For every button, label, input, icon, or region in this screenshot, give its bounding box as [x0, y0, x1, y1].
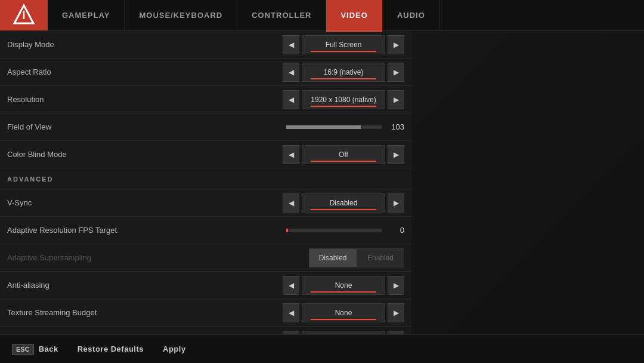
aspect-ratio-row: Aspect Ratio ◀ 16:9 (native) ▶ [0, 59, 411, 86]
restore-label: Restore Defaults [78, 344, 144, 353]
anti-aliasing-next[interactable]: ▶ [388, 276, 404, 295]
color-blind-prev[interactable]: ◀ [283, 145, 299, 164]
back-action[interactable]: ESC Back [12, 344, 58, 355]
tab-audio[interactable]: AUDIO [383, 0, 440, 30]
adaptive-super-toggle: Disabled Enabled [309, 248, 404, 267]
fov-slider-track[interactable] [286, 125, 382, 129]
adaptive-res-label: Adaptive Resolution FPS Target [7, 226, 286, 235]
vsync-prev[interactable]: ◀ [283, 193, 299, 213]
vsync-control: ◀ Disabled ▶ [283, 193, 404, 213]
texture-streaming-next[interactable]: ▶ [388, 303, 404, 322]
aspect-ratio-prev[interactable]: ◀ [283, 63, 299, 82]
vsync-underline [311, 209, 376, 210]
aspect-ratio-next[interactable]: ▶ [388, 63, 404, 82]
fov-control: 103 [286, 122, 404, 131]
anti-aliasing-value: None [302, 276, 385, 295]
fov-value: 103 [386, 122, 404, 131]
top-nav-bar: GAMEPLAY MOUSE/KEYBOARD CONTROLLER VIDEO… [0, 0, 644, 31]
display-mode-underline [311, 51, 376, 52]
back-label: Back [39, 344, 58, 353]
tab-video[interactable]: VIDEO [326, 0, 382, 30]
resolution-prev[interactable]: ◀ [283, 90, 299, 109]
adaptive-super-enabled[interactable]: Enabled [357, 248, 404, 267]
anti-aliasing-label: Anti-aliasing [7, 281, 283, 290]
fov-label: Field of View [7, 122, 286, 131]
color-blind-next[interactable]: ▶ [388, 145, 404, 164]
tab-controller[interactable]: CONTROLLER [237, 0, 326, 30]
adaptive-super-label: Adaptive Supersampling [7, 253, 309, 262]
apex-logo-icon [13, 4, 35, 26]
anti-aliasing-prev[interactable]: ◀ [283, 276, 299, 295]
anti-aliasing-row: Anti-aliasing ◀ None ▶ [0, 272, 411, 299]
advanced-section-header: ADVANCED [0, 168, 411, 189]
settings-panel: Display Mode ◀ Full Screen ▶ Aspect Rati… [0, 31, 411, 363]
vsync-row: V-Sync ◀ Disabled ▶ [0, 189, 411, 217]
esc-key: ESC [12, 344, 34, 355]
color-blind-control: ◀ Off ▶ [283, 145, 404, 164]
texture-streaming-label: Texture Streaming Budget [7, 308, 283, 317]
fov-row: Field of View 103 [0, 113, 411, 141]
advanced-label: ADVANCED [7, 176, 54, 183]
texture-streaming-underline [311, 319, 376, 320]
display-mode-control: ◀ Full Screen ▶ [283, 35, 404, 54]
adaptive-super-control: Disabled Enabled [309, 248, 404, 267]
aspect-ratio-underline [311, 78, 376, 79]
restore-action[interactable]: Restore Defaults [78, 344, 144, 353]
texture-streaming-prev[interactable]: ◀ [283, 303, 299, 322]
color-blind-underline [311, 161, 376, 162]
texture-streaming-row: Texture Streaming Budget ◀ None ▶ [0, 299, 411, 327]
adaptive-super-row: Adaptive Supersampling Disabled Enabled [0, 244, 411, 272]
display-mode-next[interactable]: ▶ [388, 35, 404, 54]
apply-action[interactable]: Apply [163, 344, 186, 353]
aspect-ratio-value: 16:9 (native) [302, 63, 385, 82]
display-mode-value: Full Screen [302, 35, 385, 54]
tab-gameplay[interactable]: GAMEPLAY [48, 0, 125, 30]
bottom-bar: ESC Back Restore Defaults Apply [0, 334, 644, 363]
fov-slider-fill [286, 125, 361, 129]
adaptive-super-disabled[interactable]: Disabled [309, 248, 357, 267]
vsync-label: V-Sync [7, 198, 283, 207]
vsync-value: Disabled [302, 193, 385, 213]
display-mode-prev[interactable]: ◀ [283, 35, 299, 54]
adaptive-res-row: Adaptive Resolution FPS Target 0 [0, 217, 411, 244]
resolution-row: Resolution ◀ 1920 x 1080 (native) ▶ [0, 86, 411, 113]
tab-mouse-keyboard[interactable]: MOUSE/KEYBOARD [125, 0, 237, 30]
resolution-next[interactable]: ▶ [388, 90, 404, 109]
adaptive-res-slider[interactable] [286, 229, 382, 232]
color-blind-row: Color Blind Mode ◀ Off ▶ [0, 141, 411, 168]
color-blind-label: Color Blind Mode [7, 150, 283, 159]
logo-area [0, 0, 48, 30]
adaptive-res-fill [286, 229, 288, 232]
resolution-label: Resolution [7, 95, 283, 104]
texture-streaming-value: None [302, 303, 385, 322]
aspect-ratio-control: ◀ 16:9 (native) ▶ [283, 63, 404, 82]
apply-label: Apply [163, 344, 186, 353]
main-content: Display Mode ◀ Full Screen ▶ Aspect Rati… [0, 31, 644, 363]
texture-streaming-control: ◀ None ▶ [283, 303, 404, 322]
anti-aliasing-underline [311, 291, 376, 293]
resolution-value: 1920 x 1080 (native) [302, 90, 385, 109]
anti-aliasing-control: ◀ None ▶ [283, 276, 404, 295]
adaptive-res-control: 0 [286, 226, 404, 235]
adaptive-res-value: 0 [386, 226, 404, 235]
display-mode-label: Display Mode [7, 40, 283, 49]
resolution-control: ◀ 1920 x 1080 (native) ▶ [283, 90, 404, 109]
nav-tabs: GAMEPLAY MOUSE/KEYBOARD CONTROLLER VIDEO… [48, 0, 644, 30]
vsync-next[interactable]: ▶ [388, 193, 404, 213]
right-panel [411, 31, 644, 363]
color-blind-value: Off [302, 145, 385, 164]
resolution-underline [311, 106, 376, 107]
aspect-ratio-label: Aspect Ratio [7, 67, 283, 76]
display-mode-row: Display Mode ◀ Full Screen ▶ [0, 31, 411, 59]
